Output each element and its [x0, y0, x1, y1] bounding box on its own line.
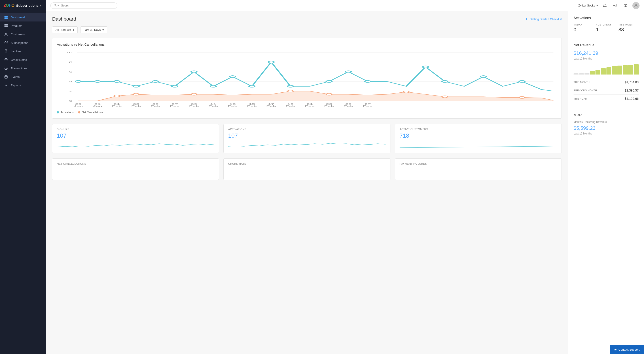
sidebar-label-transactions: Transactions — [11, 67, 27, 70]
period-filter[interactable]: Last 30 Days ▾ — [80, 27, 107, 33]
svg-point-55 — [210, 85, 216, 87]
svg-text:Feb: Feb — [266, 105, 276, 107]
mrr-amount: $5,599.23 — [574, 125, 639, 131]
sidebar-item-subscriptions[interactable]: Subscriptions — [0, 39, 46, 47]
revenue-this-month-label: THIS MONTH — [574, 81, 590, 84]
svg-point-59 — [288, 85, 294, 87]
svg-text:2: 2 — [69, 90, 72, 92]
checklist-label: Getting Started Checklist — [530, 18, 562, 21]
stat-activations-chart — [228, 141, 386, 149]
app-dropdown-icon[interactable]: ▾ — [40, 4, 41, 7]
page-title: Dashboard — [52, 16, 76, 22]
stat-net-cancellations-label: Net Cancellations — [57, 162, 214, 165]
activations-grid: TODAY 0 YESTERDAY 1 THIS MONTH 88 — [574, 23, 639, 33]
svg-text:Feb: Feb — [170, 105, 180, 107]
stat-signups-label: Signups — [57, 128, 214, 131]
svg-text:8: 8 — [69, 61, 72, 63]
svg-point-61 — [346, 71, 351, 73]
svg-rect-6 — [4, 26, 6, 27]
svg-point-58 — [268, 61, 274, 63]
svg-text:10: 10 — [65, 51, 72, 54]
svg-point-53 — [172, 85, 178, 87]
dashboard-area: Dashboard Getting Started Checklist All … — [46, 11, 644, 354]
sidebar-item-customers[interactable]: Customers — [0, 30, 46, 39]
search-filter-icon[interactable]: ▾ — [58, 4, 59, 7]
svg-point-47 — [519, 97, 525, 99]
user-name: Zylker Socks — [578, 4, 595, 7]
sidebar-item-transactions[interactable]: Transactions — [0, 64, 46, 73]
chart-legend: Activations Net Cancellations — [57, 111, 557, 114]
sidebar-item-reports[interactable]: Reports — [0, 81, 46, 90]
settings-icon[interactable] — [612, 2, 618, 9]
stat-net-cancellations: Net Cancellations — [52, 158, 219, 180]
right-panel: Activations TODAY 0 YESTERDAY 1 THIS MON… — [568, 11, 644, 354]
panel-activations: Activations TODAY 0 YESTERDAY 1 THIS MON… — [574, 16, 639, 33]
svg-point-23 — [614, 5, 616, 6]
act-yesterday: YESTERDAY 1 — [596, 23, 616, 33]
stat-activations-label: Activations — [228, 128, 386, 131]
svg-point-40 — [114, 95, 120, 97]
stat-payment-failures: Payment Failures — [395, 158, 562, 180]
period-filter-chevron: ▾ — [102, 28, 104, 32]
help-icon[interactable] — [622, 2, 629, 9]
stats-row-2: Net Cancellations Churn Rate Payment Fai… — [52, 158, 562, 180]
svg-point-43 — [288, 90, 294, 92]
sidebar-item-products[interactable]: Products — [0, 22, 46, 30]
sidebar-nav: Dashboard Products Customers Subscriptio… — [0, 11, 46, 354]
mrr-subtitle: Monthly Recurring Revenue — [574, 120, 639, 124]
notifications-icon[interactable] — [602, 2, 608, 9]
svg-point-46 — [442, 96, 448, 98]
svg-point-52 — [152, 81, 158, 83]
sidebar-item-invoices[interactable]: Invoices — [0, 47, 46, 56]
legend-cancellations: Net Cancellations — [78, 111, 103, 114]
svg-rect-1 — [6, 16, 8, 17]
svg-point-41 — [133, 93, 139, 95]
avatar[interactable] — [632, 2, 640, 9]
sidebar-label-reports: Reports — [11, 84, 21, 87]
svg-point-60 — [326, 81, 332, 83]
svg-point-56 — [230, 76, 236, 78]
stat-signups-value: 107 — [57, 132, 214, 139]
search-input[interactable] — [61, 4, 114, 7]
svg-line-22 — [56, 6, 56, 7]
svg-text:0: 0 — [69, 100, 72, 102]
product-filter-chevron: ▾ — [73, 28, 74, 32]
product-filter[interactable]: All Products ▾ — [52, 27, 78, 33]
contact-support-icon: ✉ — [614, 348, 617, 351]
svg-point-26 — [635, 4, 637, 6]
revenue-this-month: THIS MONTH $1,734.09 — [574, 78, 639, 86]
sidebar-item-events[interactable]: Events — [0, 73, 46, 81]
stat-activations: Activations 107 — [224, 124, 390, 153]
filter-row: All Products ▾ Last 30 Days ▾ — [52, 27, 562, 33]
sidebar-item-dashboard[interactable]: Dashboard — [0, 13, 46, 22]
sidebar-label-dashboard: Dashboard — [11, 16, 25, 19]
chart-title: Activations vs Net Cancellations — [57, 43, 557, 46]
svg-point-45 — [404, 91, 409, 93]
svg-point-50 — [114, 81, 120, 83]
svg-point-8 — [5, 33, 7, 34]
stat-active-customers-label: Active Customers — [400, 128, 557, 131]
customers-icon — [4, 32, 8, 36]
mrr-period: Last 12 Months — [574, 132, 639, 135]
net-revenue-period: Last 12 Months — [574, 57, 639, 60]
svg-point-63 — [422, 66, 428, 68]
svg-rect-17 — [5, 76, 8, 78]
stat-net-cancellations-value — [57, 167, 214, 174]
sidebar-item-credit-notes[interactable]: Credit Notes — [0, 56, 46, 64]
user-dropdown-icon[interactable]: ▾ — [596, 4, 598, 7]
act-this-month-value: 88 — [618, 27, 639, 33]
svg-point-42 — [191, 93, 197, 95]
legend-dot-activations — [57, 111, 59, 113]
contact-support-button[interactable]: ✉ Contact Support — [610, 345, 644, 354]
app-logo[interactable]: ZOHO Subscriptions ▾ — [0, 0, 46, 11]
legend-dot-cancellations — [78, 111, 80, 113]
svg-text:Jan: Jan — [74, 105, 83, 107]
svg-text:Feb: Feb — [363, 105, 372, 107]
checklist-link[interactable]: Getting Started Checklist — [525, 18, 562, 21]
search-box[interactable]: ▾ — [50, 3, 118, 9]
revenue-previous-month-value: $2,395.57 — [625, 89, 639, 92]
svg-text:Feb: Feb — [305, 105, 314, 107]
svg-point-62 — [365, 81, 370, 83]
user-info[interactable]: Zylker Socks ▾ — [578, 4, 598, 7]
main-wrapper: ▾ Zylker Socks ▾ Dash — [46, 0, 644, 354]
